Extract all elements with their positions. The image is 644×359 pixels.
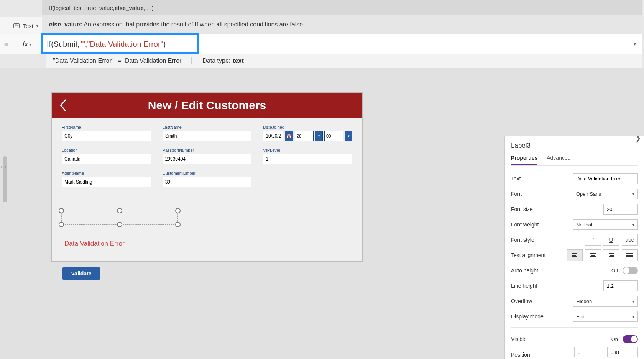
eval-dt-value: text: [233, 57, 243, 64]
hint-text: An expression that provides the result o…: [84, 21, 304, 28]
sig-fn: If: [49, 5, 52, 11]
label: FirstName: [62, 125, 151, 130]
agent-input[interactable]: [62, 177, 151, 187]
last-name-input[interactable]: [163, 131, 252, 141]
date-joined-input[interactable]: [263, 131, 283, 141]
label: LastName: [163, 125, 252, 130]
hour-input[interactable]: [295, 131, 314, 141]
formula-bar: = fx▾ If ( Submit , "" , "Data Validatio…: [0, 34, 642, 54]
underline-button[interactable]: U: [603, 234, 619, 246]
location-input[interactable]: [62, 154, 151, 164]
properties-panel: ❯ Label3 Properties Advanced Text Font O…: [504, 136, 644, 359]
overflow-select[interactable]: Hidden▾: [573, 296, 638, 307]
back-button[interactable]: [58, 98, 69, 113]
validate-button[interactable]: Validate: [62, 267, 100, 280]
tok-open: (: [51, 40, 54, 49]
font-value: Open Sans: [576, 191, 601, 197]
tok-id: Submit: [54, 40, 77, 49]
resize-handle[interactable]: [175, 208, 181, 213]
position-y-input[interactable]: [607, 347, 638, 357]
divider: [511, 327, 638, 328]
display-mode-select[interactable]: Edit▾: [573, 311, 638, 322]
font-select[interactable]: Open Sans▾: [573, 189, 638, 199]
line-height-input[interactable]: [603, 280, 638, 291]
font-size-input[interactable]: [603, 204, 638, 215]
tab-properties[interactable]: Properties: [511, 155, 537, 165]
prop-label: Position: [511, 352, 574, 358]
calendar-icon[interactable]: 📅: [285, 131, 293, 141]
align-right-button[interactable]: [603, 249, 619, 261]
prop-label: Overflow: [511, 298, 573, 304]
resize-handle[interactable]: [117, 208, 122, 213]
formula-evaluation: "Data Validation Error" = Data Validatio…: [46, 54, 642, 68]
resize-grip-icon[interactable]: ⋮⋮: [0, 164, 7, 171]
app-title: New / Edit Customers: [148, 99, 266, 112]
eval-lhs: "Data Validation Error": [53, 57, 114, 64]
visible-state: On: [611, 336, 618, 342]
strikethrough-button[interactable]: abc: [622, 234, 638, 246]
prop-label: Font: [511, 191, 573, 197]
chevron-down-icon: ▾: [632, 299, 634, 303]
eval-eq: =: [118, 57, 121, 64]
field-customer-no: CustomerNumber: [163, 171, 252, 187]
resize-handle[interactable]: [175, 222, 181, 227]
field-passport: PassportNumber: [163, 148, 252, 164]
font-weight-value: Normal: [576, 222, 592, 228]
chevron-right-icon[interactable]: ❯: [635, 136, 641, 143]
first-name-input[interactable]: [62, 131, 151, 141]
field-date-joined: DateJoined 📅: [263, 125, 352, 141]
chevron-down-icon: ▾: [632, 192, 634, 196]
label: DateJoined: [263, 125, 352, 130]
chevron-down-icon: ▾: [632, 223, 634, 227]
auto-height-toggle[interactable]: [623, 267, 638, 274]
app-preview: New / Edit Customers FirstName LastName …: [52, 93, 362, 261]
error-label[interactable]: Data Validation Error: [61, 237, 176, 251]
resize-handle[interactable]: [59, 208, 64, 213]
passport-input[interactable]: [163, 154, 252, 164]
design-canvas[interactable]: ⋮⋮ New / Edit Customers FirstName LastNa…: [0, 68, 644, 359]
chevron-down-icon: ▾: [30, 42, 31, 46]
property-selector[interactable]: Text ▾: [0, 17, 42, 34]
formula-hint: else_value: An expression that provides …: [42, 15, 642, 34]
italic-button[interactable]: I: [585, 234, 601, 246]
sig-suf: , ...): [144, 5, 154, 11]
eval-dt-label: Data type:: [202, 57, 230, 64]
prop-label: Font style: [511, 237, 585, 243]
prop-label: Font weight: [511, 221, 573, 228]
formula-editor[interactable]: If ( Submit , "" , "Data Validation Erro…: [41, 34, 627, 54]
visible-toggle[interactable]: [623, 335, 638, 343]
align-center-button[interactable]: [585, 249, 601, 261]
hour-dropdown[interactable]: [315, 131, 323, 141]
prop-label: Font size: [511, 206, 603, 212]
eval-rhs: Data Validation Error: [125, 57, 181, 64]
prop-label: Display mode: [511, 313, 573, 320]
label: VIPLevel: [263, 148, 352, 152]
text-value-input[interactable]: [573, 173, 638, 184]
scrollbar[interactable]: [3, 156, 7, 202]
customer-no-input[interactable]: [163, 177, 252, 187]
prop-label: Line height: [511, 283, 603, 289]
font-weight-select[interactable]: Normal▾: [573, 219, 638, 230]
align-justify-button[interactable]: [622, 249, 638, 261]
field-location: Location: [62, 148, 151, 164]
vip-input[interactable]: [263, 154, 352, 164]
minute-dropdown[interactable]: [345, 131, 352, 141]
tok-close: ): [163, 40, 166, 49]
resize-handle[interactable]: [59, 222, 64, 227]
fx-button[interactable]: fx▾: [13, 34, 41, 54]
align-left-button[interactable]: [567, 249, 583, 261]
text-align-group: [567, 249, 638, 261]
chevron-down-icon: ▾: [632, 315, 634, 319]
minute-input[interactable]: [324, 131, 343, 141]
label: PassportNumber: [163, 148, 252, 152]
chevron-down-icon: ▾: [36, 24, 38, 28]
field-first-name: FirstName: [62, 125, 151, 141]
expand-formula-button[interactable]: ▾: [627, 34, 642, 54]
resize-handle[interactable]: [117, 222, 122, 227]
field-last-name: LastName: [163, 125, 252, 141]
prop-label: Visible: [511, 336, 611, 342]
prop-label: Text: [511, 175, 573, 182]
equals-button[interactable]: =: [0, 34, 13, 54]
tab-advanced[interactable]: Advanced: [547, 155, 570, 165]
position-x-input[interactable]: [574, 347, 605, 357]
